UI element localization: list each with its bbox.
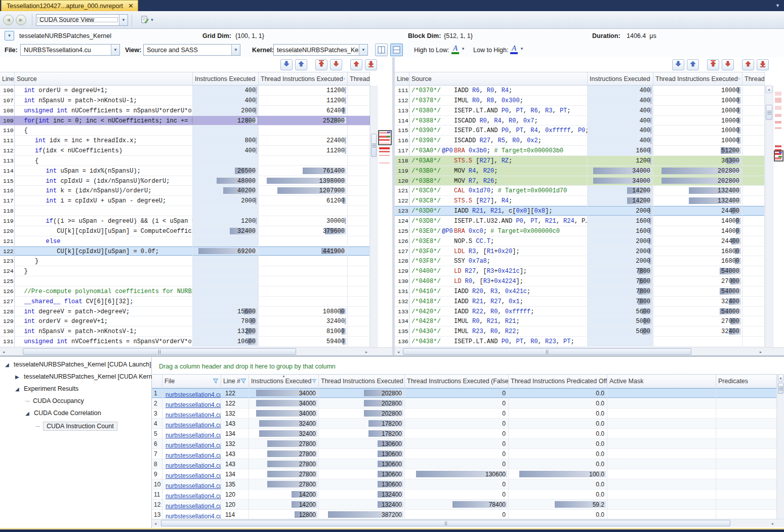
- tree-expander-expanded-icon[interactable]: ◢: [5, 362, 11, 367]
- sass-line-row[interactable]: 125/*03E0*/@P0BRA 0xc0; # Target=0x00000…: [395, 226, 765, 236]
- sass-hotspot-strip[interactable]: [773, 86, 784, 347]
- grid-row[interactable]: 3nurbstessellation4.cu↗1323400020280000.…: [152, 408, 777, 419]
- sass-line-row[interactable]: 128/*03F8*/SSY 0x7a8;200016800: [395, 256, 765, 266]
- column-header-line[interactable]: Line: [0, 72, 15, 85]
- document-tab[interactable]: Tessellation120427...apture_000.nvreport…: [1, 0, 138, 11]
- scrollbar-thumb[interactable]: [161, 520, 730, 526]
- scrollbar-thumb[interactable]: [766, 105, 772, 120]
- file-link[interactable]: nurbstessellation4.cu: [166, 422, 221, 428]
- tab-close-icon[interactable]: ✕: [128, 2, 134, 10]
- grid-row[interactable]: 10nurbstessellation4.cu↗1352780013060000…: [152, 479, 777, 489]
- grid-column-header-active-mask[interactable]: Active Mask: [607, 375, 716, 388]
- column-header-thread-instructions-executed[interactable]: Thread Instructions Executed: [653, 72, 742, 85]
- file-link[interactable]: nurbstessellation4.cu: [166, 432, 221, 438]
- source-line-row[interactable]: 124 }: [0, 266, 370, 276]
- chevron-down-icon[interactable]: ▼: [111, 45, 119, 55]
- column-header-thread-i[interactable]: Thread I: [742, 72, 765, 85]
- source-line-row[interactable]: 131 unsigned int nVCoefficients = nSpans…: [0, 337, 370, 347]
- first-hotspot-button[interactable]: [707, 59, 719, 70]
- file-link[interactable]: nurbstessellation4.cu: [166, 391, 221, 398]
- source-line-row[interactable]: 129 int orderV = degreeV+1;780032400: [0, 316, 370, 326]
- sass-line-row[interactable]: 132/*0418*/IADD R21, R27, 0x1;780032400: [395, 297, 765, 307]
- grid-row[interactable]: 12nurbstessellation4.cu↗1201420013240078…: [152, 500, 777, 510]
- grid-column-header-instructions-executed[interactable]: ▾Instructions Executed: [249, 375, 319, 388]
- tree-item[interactable]: ◢Experiment Results: [15, 385, 78, 392]
- viewport-indicator[interactable]: [774, 150, 783, 161]
- sass-line-row[interactable]: 131/*0410*/IADD R20, R3, 0x421c;78005400…: [395, 287, 765, 297]
- scroll-left-icon[interactable]: ◂: [395, 349, 401, 355]
- collapse-expander-button[interactable]: ▼: [5, 31, 14, 40]
- kernel-selector[interactable]: tesselateNURBSPatches_Kernel ▼: [273, 44, 368, 56]
- sass-vertical-scrollbar[interactable]: ▴: [765, 86, 773, 347]
- tree-expander-collapsed-icon[interactable]: ▶: [15, 374, 21, 380]
- grid-row[interactable]: 6nurbstessellation4.cu↗1322780013060000.…: [152, 439, 777, 449]
- scroll-right-icon[interactable]: ▸: [363, 349, 369, 355]
- filter-icon[interactable]: [738, 76, 740, 82]
- grid-row[interactable]: 2nurbstessellation4.cu↗1223400020280000.…: [152, 398, 777, 408]
- grid-row[interactable]: 5nurbstessellation4.cu↗1343240017820000.…: [152, 429, 777, 439]
- tree-item[interactable]: ◢tesselateNURBSPatches_Kernel [CUDA Laun…: [5, 361, 151, 368]
- sass-line-row[interactable]: 130/*0408*/LD R0, [R3+0x4224];760027000: [395, 276, 765, 287]
- sass-line-row[interactable]: 133/*0420*/IADD R22, R0, 0xfffff;5600540…: [395, 307, 765, 317]
- column-header-line[interactable]: Line: [395, 72, 409, 85]
- file-link[interactable]: nurbstessellation4.cu: [166, 462, 221, 469]
- sass-line-row[interactable]: 113/*0380*/ISETP.LT.AND P0, PT, R6, R3, …: [395, 106, 765, 116]
- sass-line-row[interactable]: 120/*03B8*/MOV R7, R26;34000202800: [395, 176, 765, 186]
- tree-expander-expanded-icon[interactable]: ◢: [15, 386, 21, 392]
- column-header-instructions-executed[interactable]: Instructions Executed: [588, 72, 653, 85]
- chevron-down-icon[interactable]: ▼: [231, 45, 240, 55]
- sass-line-row[interactable]: 135/*0430*/IMUL R23, R0, R22;560032400: [395, 326, 765, 337]
- grid-column-header-predicates[interactable]: Predicates: [716, 375, 777, 388]
- sass-line-row[interactable]: 116/*0398*/ISCADD R27, R5, R0, 0x2;40010…: [395, 136, 765, 146]
- last-hotspot-button[interactable]: [365, 59, 377, 70]
- filter-icon[interactable]: [240, 378, 246, 384]
- first-hotspot-button[interactable]: [315, 59, 327, 70]
- sass-line-row[interactable]: 111/*0370*/IADD R6, R0, R4;40010000: [395, 86, 765, 96]
- next-low-hotspot-button[interactable]: [672, 59, 684, 70]
- sass-line-row[interactable]: 127/*03F0*/LDL R3, [R1+0x20];200016800: [395, 247, 765, 257]
- sass-line-row[interactable]: 114/*0388*/ISCADD R0, R4, R0, 0x7;400100…: [395, 116, 765, 126]
- source-line-row[interactable]: 119 if((i >= uSpan - degreeU) && (i < uS…: [0, 216, 370, 226]
- source-line-row[interactable]: 118: [0, 206, 370, 216]
- sass-line-row[interactable]: 126/*03E8*/NOP.S CC.T;200024400: [395, 236, 765, 247]
- tree-item[interactable]: CUDA Instruction Count: [35, 422, 117, 431]
- tab-list-chevron-icon[interactable]: ▼: [775, 3, 780, 8]
- file-link[interactable]: nurbstessellation4.cu: [166, 401, 221, 408]
- sass-line-row[interactable]: 124/*03D8*/ISETP.LT.U32.AND P0, PT, R21,…: [395, 216, 765, 226]
- file-selector[interactable]: NURBSTessellation4.cu ▼: [20, 44, 120, 56]
- scroll-up-icon[interactable]: ▴: [778, 374, 783, 382]
- file-link[interactable]: nurbstessellation4.cu: [166, 493, 221, 499]
- prev-low-hotspot-button[interactable]: [687, 59, 699, 70]
- source-line-row[interactable]: 113 {: [0, 156, 370, 166]
- sass-line-row[interactable]: 121/*03C0*/CAL 0x1d70; # Target=0x00001d…: [395, 186, 765, 196]
- column-header-source[interactable]: Source: [15, 72, 193, 85]
- grid-row[interactable]: 9nurbstessellation4.cu↗13427800130600130…: [152, 469, 777, 479]
- file-link[interactable]: nurbstessellation4.cu: [166, 412, 221, 418]
- source-line-row[interactable]: 107 int nSpansU = patch->nKnotsU-1;40011…: [0, 96, 370, 106]
- column-header-thread-i[interactable]: Thread I: [348, 72, 370, 85]
- column-header-instructions-executed[interactable]: Instructions Executed: [193, 72, 259, 85]
- source-line-row[interactable]: 110 {: [0, 126, 370, 136]
- scroll-right-icon[interactable]: ▸: [758, 349, 764, 355]
- scroll-left-icon[interactable]: ◂: [1, 349, 7, 355]
- filter-icon[interactable]: [213, 378, 219, 384]
- grid-column-header-thread-instructions-executed-false-[interactable]: Thread Instructions Executed (False): [405, 375, 509, 388]
- file-link[interactable]: nurbstessellation4.cu: [166, 503, 221, 509]
- filter-icon[interactable]: [343, 76, 345, 82]
- filter-icon[interactable]: [312, 378, 316, 384]
- sass-horizontal-scrollbar[interactable]: ◂ ▸: [395, 347, 784, 355]
- source-line-row[interactable]: 126 //Pre-compute polynomial coefficient…: [0, 287, 370, 297]
- file-link[interactable]: nurbstessellation4.cu: [166, 472, 221, 479]
- sass-line-row[interactable]: 123/*03D0*/IADD R21, R21, c[0x0][0x8];20…: [395, 206, 765, 216]
- tree-item[interactable]: ▶tesselateNURBSPatches_Kernel [CUDA Kern…: [15, 373, 159, 380]
- source-line-row[interactable]: 127 __shared__ float CV[6][6][32];: [0, 297, 370, 307]
- grid-column-header-thread-instructions-executed[interactable]: Thread Instructions Executed: [319, 375, 405, 388]
- scrollbar-thumb[interactable]: [371, 134, 377, 157]
- source-line-row[interactable]: 109 for(int inc = 0; inc < nUCoefficient…: [0, 116, 370, 126]
- next-low-hotspot-button[interactable]: [280, 59, 293, 70]
- sass-line-row[interactable]: 136/*0438*/ISETP.LT.AND P0, PT, R0, R23,…: [395, 337, 765, 347]
- file-link[interactable]: nurbstessellation4.cu: [166, 452, 221, 459]
- source-line-row[interactable]: 120 CU[k][cpIdxU][uSpan] = ComputeCoeffi…: [0, 226, 370, 236]
- scroll-up-icon[interactable]: ▴: [766, 86, 772, 93]
- tree-item[interactable]: CUDA Occupancy: [25, 397, 84, 404]
